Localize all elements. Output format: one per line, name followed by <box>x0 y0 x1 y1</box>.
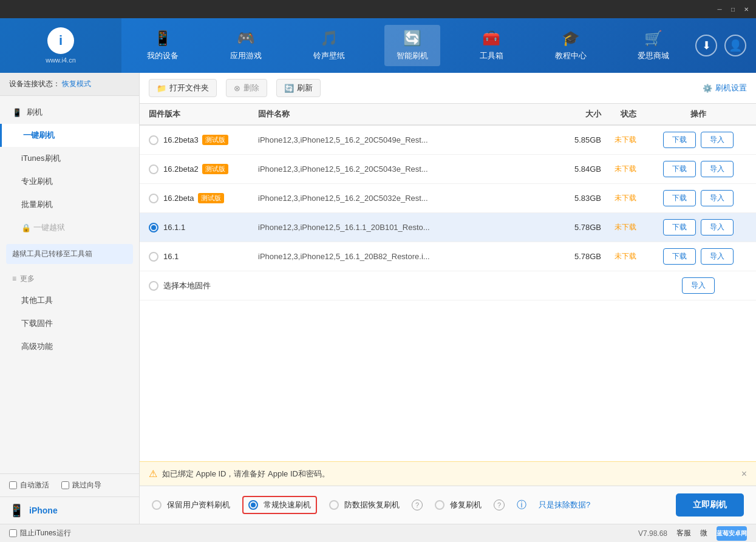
fw5-import-btn[interactable]: 导入 <box>701 248 734 265</box>
sidebar-item-batch-flash[interactable]: 批量刷机 <box>0 193 139 216</box>
nav-smart-flash[interactable]: 🔄 智能刷机 <box>384 25 440 66</box>
fw3-import-btn[interactable]: 导入 <box>701 190 734 206</box>
repair-flash-radio[interactable] <box>435 500 444 510</box>
flash-settings-label: 刷机设置 <box>715 83 747 93</box>
device-status: 设备连接状态： 恢复模式 <box>0 73 139 96</box>
flash-icon: 🔄 <box>403 30 421 47</box>
table-row[interactable]: 16.2beta 测试版 iPhone12,3,iPhone12,5_16.2_… <box>140 184 756 213</box>
table-row[interactable]: 16.1.1 iPhone12,3,iPhone12,5_16.1.1_20B1… <box>140 213 756 242</box>
fw4-download-btn[interactable]: 下载 <box>663 219 696 235</box>
device-name: iPhone <box>29 506 58 515</box>
nav-store[interactable]: 🛒 爱思商城 <box>625 25 681 66</box>
titlebar-close[interactable]: ✕ <box>741 4 751 14</box>
radio-fw2[interactable] <box>149 164 158 174</box>
quick-flash-option[interactable]: 常规快速刷机 <box>242 496 317 514</box>
quick-flash-radio[interactable] <box>248 500 258 510</box>
notice-close-btn[interactable]: × <box>741 469 747 479</box>
fw5-version: 16.1 <box>163 252 179 261</box>
sidebar-item-download-firmware[interactable]: 下载固件 <box>0 312 139 335</box>
header-action: 操作 <box>650 109 747 120</box>
user-btn[interactable]: 👤 <box>724 35 746 56</box>
nav-smart-flash-label: 智能刷机 <box>397 50 428 61</box>
nav-tutorials[interactable]: 🎓 教程中心 <box>543 25 599 66</box>
footer-service[interactable]: 客服 <box>676 528 691 538</box>
repair-help-icon[interactable]: ? <box>494 500 505 510</box>
refresh-btn[interactable]: 🔄 刷新 <box>276 79 321 97</box>
radio-fw4[interactable] <box>149 223 158 232</box>
open-folder-btn[interactable]: 📁 打开文件夹 <box>149 79 217 97</box>
block-itunes-input[interactable] <box>9 529 17 537</box>
block-itunes-checkbox[interactable]: 阻止iTunes运行 <box>9 528 71 538</box>
table-row-local[interactable]: 选择本地固件 导入 <box>140 271 756 300</box>
fw1-download-btn[interactable]: 下载 <box>663 132 696 148</box>
header-size: 大小 <box>553 109 601 120</box>
footer-version: V7.98.68 <box>638 529 667 538</box>
footer-right: V7.98.68 客服 微 蓝莓安卓网 <box>638 526 747 541</box>
radio-fw6[interactable] <box>149 281 158 291</box>
anti-data-option[interactable]: 防数据恢复刷机 <box>329 500 400 510</box>
download-btn[interactable]: ⬇ <box>695 35 717 56</box>
fw1-size: 5.85GB <box>553 135 601 144</box>
nav-apps-games[interactable]: 🎮 应用游戏 <box>218 25 274 66</box>
sidebar-item-flash[interactable]: 📱 刷机 <box>0 101 139 124</box>
fw5-status: 未下载 <box>601 251 650 262</box>
anti-data-help-icon[interactable]: ? <box>412 500 423 510</box>
radio-fw5[interactable] <box>149 252 158 262</box>
fw6-import-btn[interactable]: 导入 <box>682 277 715 294</box>
nav-ringtones[interactable]: 🎵 铃声壁纸 <box>301 25 357 66</box>
anti-data-radio[interactable] <box>329 500 339 510</box>
titlebar-maximize[interactable]: □ <box>728 4 738 14</box>
auto-activate-checkbox[interactable]: 自动激活 <box>9 480 49 490</box>
fw2-download-btn[interactable]: 下载 <box>663 161 696 177</box>
sidebar-item-itunes-flash[interactable]: iTunes刷机 <box>0 147 139 170</box>
lock-icon: 🔒 <box>21 223 31 232</box>
device-status-value: 恢复模式 <box>62 80 91 88</box>
sidebar-item-pro-flash[interactable]: 专业刷机 <box>0 170 139 193</box>
skip-guide-checkbox[interactable]: 跳过向导 <box>61 480 101 490</box>
advanced-label: 高级功能 <box>21 342 53 351</box>
titlebar-minimize[interactable]: ─ <box>715 4 724 14</box>
nav-items: 📱 我的设备 🎮 应用游戏 🎵 铃声壁纸 🔄 智能刷机 🧰 工具箱 🎓 教程中心… <box>121 18 695 73</box>
skip-guide-input[interactable] <box>61 481 69 489</box>
flash-settings-btn[interactable]: ⚙️ 刷机设置 <box>703 83 747 93</box>
table-row[interactable]: 16.2beta3 测试版 iPhone12,3,iPhone12,5_16.2… <box>140 126 756 155</box>
fw2-import-btn[interactable]: 导入 <box>701 161 734 177</box>
fw2-actions: 下载 导入 <box>650 161 747 177</box>
fw3-status: 未下载 <box>601 193 650 203</box>
radio-fw3[interactable] <box>149 194 158 203</box>
fw1-import-btn[interactable]: 导入 <box>701 132 734 148</box>
fw3-name: iPhone12,3,iPhone12,5_16.2_20C5032e_Rest… <box>258 194 553 203</box>
fw4-import-btn[interactable]: 导入 <box>701 219 734 235</box>
fw1-status: 未下载 <box>601 135 650 145</box>
footer-logo-text: 蓝莓安卓网 <box>717 529 747 538</box>
sidebar-item-one-key-flash[interactable]: 一键刷机 <box>0 124 139 147</box>
table-row[interactable]: 16.1 iPhone12,3,iPhone12,5_16.1_20B82_Re… <box>140 242 756 271</box>
table-row[interactable]: 16.2beta2 测试版 iPhone12,3,iPhone12,5_16.2… <box>140 155 756 184</box>
refresh-label: 刷新 <box>297 83 313 93</box>
radio-fw1[interactable] <box>149 135 158 145</box>
fw2-size: 5.84GB <box>553 164 601 174</box>
delete-btn[interactable]: ⊗ 删除 <box>226 79 267 97</box>
notice-bar: ⚠ 如已绑定 Apple ID，请准备好 Apple ID和密码。 × <box>140 461 756 486</box>
footer-wechat[interactable]: 微 <box>700 528 707 538</box>
flash-parent-icon: 📱 <box>12 108 22 117</box>
nav-toolbox[interactable]: 🧰 工具箱 <box>468 25 516 66</box>
save-data-option[interactable]: 保留用户资料刷机 <box>152 500 230 510</box>
auto-activate-input[interactable] <box>9 481 17 489</box>
auto-activate-label: 自动激活 <box>20 480 49 490</box>
apps-icon: 🎮 <box>237 30 255 47</box>
flash-now-btn[interactable]: 立即刷机 <box>676 493 744 517</box>
data-only-link[interactable]: 只是抹除数据? <box>539 500 590 510</box>
firmware-table: 16.2beta3 测试版 iPhone12,3,iPhone12,5_16.2… <box>140 126 756 461</box>
fw6-actions: 导入 <box>650 277 747 294</box>
open-folder-label: 打开文件夹 <box>169 83 209 93</box>
other-tools-label: 其他工具 <box>21 296 53 305</box>
repair-flash-option[interactable]: 修复刷机 <box>435 500 482 510</box>
save-data-radio[interactable] <box>152 500 162 510</box>
fw5-download-btn[interactable]: 下载 <box>663 248 696 265</box>
sidebar-item-advanced[interactable]: 高级功能 <box>0 335 139 358</box>
sidebar-item-other-tools[interactable]: 其他工具 <box>0 289 139 312</box>
nav-my-device[interactable]: 📱 我的设备 <box>135 25 191 66</box>
fw2-status: 未下载 <box>601 164 650 174</box>
fw3-download-btn[interactable]: 下载 <box>663 190 696 206</box>
